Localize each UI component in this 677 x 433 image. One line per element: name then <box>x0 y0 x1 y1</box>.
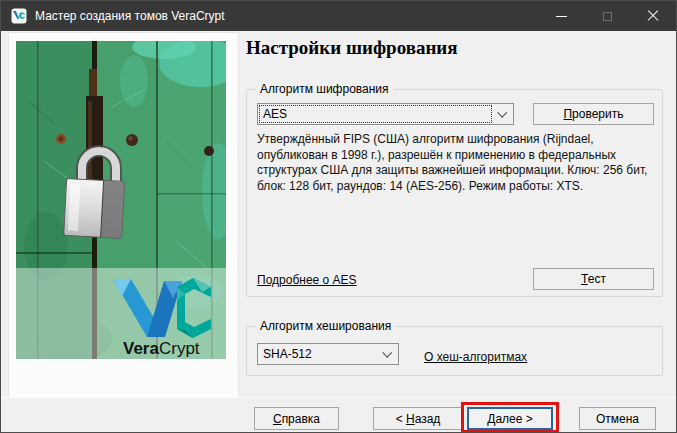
minimize-icon <box>556 16 567 17</box>
hash-algorithm-select[interactable]: SHA-512 <box>257 343 399 365</box>
green-door-padlock-image: VeraCrypt <box>16 41 226 359</box>
minimize-button[interactable] <box>538 1 584 31</box>
cancel-button[interactable]: Отмена <box>579 407 656 430</box>
chevron-down-icon <box>382 348 392 358</box>
maximize-button <box>584 1 630 31</box>
veracrypt-wizard-window: Мастер создания томов VeraCrypt <box>0 0 677 433</box>
encryption-group-label: Алгоритм шифрования <box>256 82 393 96</box>
close-button[interactable] <box>630 1 676 31</box>
veracrypt-app-icon <box>11 8 27 24</box>
close-icon <box>647 10 659 22</box>
help-button[interactable]: Справка <box>254 407 339 430</box>
footer-divider <box>1 397 676 398</box>
encryption-algorithm-select[interactable]: AES <box>257 103 514 125</box>
benchmark-button[interactable]: Проверить <box>533 103 654 125</box>
more-about-aes-link[interactable]: Подробнее о AES <box>257 273 357 287</box>
next-button[interactable]: Далее > <box>467 407 553 430</box>
back-button[interactable]: < Назад <box>373 407 463 430</box>
hash-group-label: Алгоритм хеширования <box>256 319 395 333</box>
hash-algorithm-value: SHA-512 <box>260 346 315 362</box>
encryption-algorithm-value: AES <box>260 106 491 122</box>
algorithm-description: Утверждённый FIPS (США) алгоритм шифрова… <box>257 132 659 194</box>
chevron-down-icon <box>497 108 507 118</box>
hash-info-link[interactable]: О хеш-алгоритмах <box>424 350 527 364</box>
page-title: Настройки шифрования <box>246 37 458 59</box>
window-title: Мастер создания томов VeraCrypt <box>35 1 225 31</box>
titlebar: Мастер создания томов VeraCrypt <box>1 1 676 31</box>
maximize-icon <box>603 12 612 21</box>
test-button[interactable]: Тест <box>533 268 654 290</box>
logo-wordmark: VeraCrypt <box>123 339 200 358</box>
